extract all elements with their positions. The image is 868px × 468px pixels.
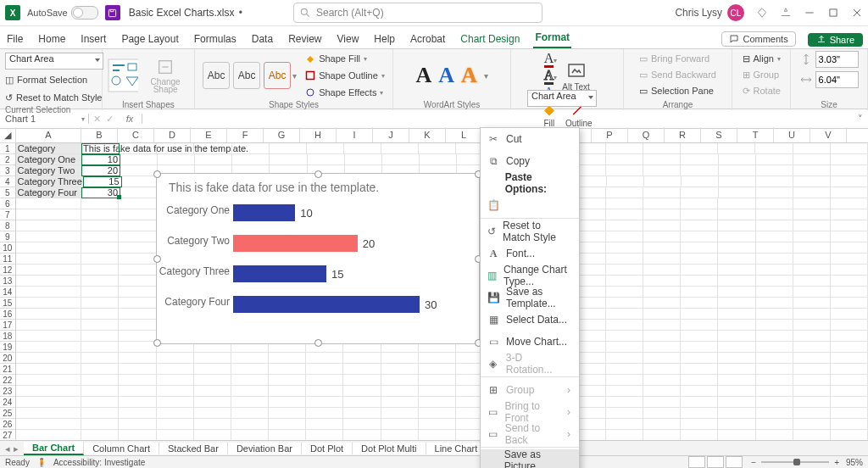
cell[interactable] [606,231,643,242]
cell[interactable] [831,220,868,231]
cell[interactable] [381,375,419,386]
cell[interactable] [232,154,270,165]
cell[interactable] [681,276,718,287]
cell[interactable] [16,386,82,397]
cell[interactable] [831,386,868,397]
cell[interactable] [831,287,868,298]
cell[interactable] [756,375,793,386]
cell[interactable] [831,209,868,220]
row-header[interactable]: 15 [0,298,16,309]
cell[interactable] [643,375,681,386]
shape-style-preset[interactable]: Abc [203,62,230,89]
row-header[interactable]: 22 [0,375,16,386]
ctx-reset-style[interactable]: ↺Reset to Match Style [481,220,579,242]
cell[interactable] [643,309,681,320]
cell[interactable]: 15 [83,176,122,187]
cell[interactable] [81,386,119,397]
avatar[interactable]: CL [727,4,744,21]
cell[interactable] [643,231,681,242]
cell[interactable] [119,220,156,231]
cell[interactable] [756,165,793,176]
cell[interactable] [606,265,643,276]
cell[interactable] [755,143,793,154]
cell[interactable] [606,276,643,287]
cell[interactable] [81,298,119,309]
cell[interactable] [831,143,868,154]
shape-outline-button[interactable]: Shape Outline▾ [305,68,385,83]
cell[interactable] [681,386,718,397]
row-header[interactable]: 1 [0,143,16,154]
row-header[interactable]: 10 [0,242,16,254]
cell[interactable] [756,187,793,198]
cell[interactable] [681,364,718,375]
cell[interactable] [119,298,156,309]
cell[interactable] [381,353,419,364]
cell[interactable] [606,419,643,430]
cell[interactable] [831,375,868,386]
cell[interactable] [719,154,756,165]
cell[interactable] [793,176,831,187]
chart-element-select[interactable]: Chart Area [5,53,103,70]
cell[interactable] [157,143,194,154]
cell[interactable] [718,397,755,408]
cell[interactable] [793,375,831,386]
cell[interactable]: This is fake data for use in the templat… [81,143,120,154]
cell[interactable] [419,419,456,430]
row-header[interactable]: 23 [0,386,16,397]
chevron-down-icon[interactable]: ˅ [853,114,868,125]
cell[interactable] [756,176,793,187]
cell[interactable] [231,353,269,364]
cell[interactable] [381,419,419,430]
zoom-out-button[interactable]: − [751,458,756,467]
cell[interactable] [643,287,681,298]
cell[interactable] [16,408,82,419]
cell[interactable] [643,220,681,231]
cell[interactable] [382,154,420,165]
cell[interactable] [606,254,643,265]
row-header[interactable]: 18 [0,331,16,342]
cell[interactable] [756,309,793,320]
cell[interactable] [16,309,82,320]
accessibility-status[interactable]: Accessibility: Investigate [53,458,145,467]
ribbon-tab-view[interactable]: View [336,30,361,48]
wordart-preset[interactable]: A [438,63,454,88]
cell[interactable] [343,364,381,375]
cell[interactable] [682,176,719,187]
cell[interactable] [158,154,195,165]
cell[interactable] [119,353,156,364]
cell[interactable] [793,309,831,320]
cell[interactable] [419,397,456,408]
cell[interactable] [681,419,718,430]
ctx-paste-option[interactable]: 📋 [481,194,579,216]
cell[interactable] [306,364,343,375]
cell[interactable] [343,419,381,430]
cell[interactable] [306,408,343,419]
cell[interactable] [157,419,194,430]
cell[interactable] [195,154,232,165]
cell[interactable] [81,209,119,220]
cell[interactable] [793,364,831,375]
cell[interactable] [419,364,456,375]
wordart-preset[interactable]: A [415,63,431,88]
cell[interactable] [793,320,831,331]
cell[interactable] [793,165,831,176]
column-header[interactable]: V [810,127,847,142]
account-name[interactable]: Chris Lysy [675,7,722,19]
cell[interactable] [16,331,82,342]
cell[interactable] [606,198,643,209]
row-header[interactable]: 5 [0,187,16,198]
cell[interactable] [756,320,793,331]
column-header[interactable]: H [300,127,337,142]
ribbon-tab-format[interactable]: Format [533,28,571,48]
cell[interactable] [643,165,681,176]
cell[interactable] [831,265,868,276]
cell[interactable] [681,320,718,331]
row-header[interactable]: 12 [0,265,16,276]
cell[interactable] [718,287,755,298]
cell[interactable] [831,165,868,176]
cell[interactable] [606,309,643,320]
ribbon-tab-home[interactable]: Home [36,30,67,48]
cell[interactable] [793,298,831,309]
select-all-button[interactable]: ◢ [0,127,16,143]
cell[interactable] [122,176,159,187]
